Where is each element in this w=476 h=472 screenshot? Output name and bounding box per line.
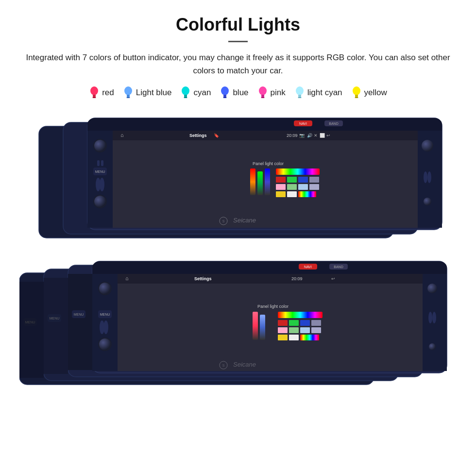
svg-rect-92 — [44, 278, 68, 374]
color-label-lightblue: Light blue — [136, 88, 172, 98]
color-label-pink: pink — [271, 88, 286, 98]
svg-point-15 — [296, 86, 304, 95]
svg-rect-128 — [289, 335, 299, 340]
svg-rect-5 — [126, 97, 130, 98]
svg-rect-14 — [261, 97, 264, 98]
svg-point-9 — [221, 86, 229, 95]
svg-text:Panel light color: Panel light color — [257, 304, 289, 309]
svg-rect-4 — [127, 95, 130, 97]
svg-rect-67 — [276, 191, 286, 197]
bottom-device-section: NAVI BAND MENU MENU MENU — [19, 259, 457, 398]
svg-point-40 — [100, 178, 104, 191]
svg-rect-125 — [300, 327, 310, 333]
svg-rect-66 — [309, 184, 319, 190]
svg-rect-114 — [118, 284, 428, 371]
svg-text:NAVI: NAVI — [304, 265, 312, 269]
svg-rect-83 — [92, 267, 447, 274]
svg-rect-60 — [287, 177, 297, 183]
svg-rect-64 — [287, 184, 297, 190]
svg-point-72 — [424, 198, 431, 205]
svg-text:BAND: BAND — [329, 122, 338, 125]
svg-point-6 — [182, 86, 189, 95]
svg-text:🔊: 🔊 — [307, 133, 313, 138]
svg-rect-16 — [298, 95, 301, 97]
svg-text:20:09: 20:09 — [291, 276, 303, 281]
svg-rect-19 — [355, 95, 358, 97]
svg-rect-13 — [261, 95, 264, 97]
lightblue-bulb-icon — [123, 86, 134, 100]
svg-point-34 — [94, 196, 106, 207]
svg-text:⌂: ⌂ — [120, 132, 124, 138]
svg-point-134 — [432, 312, 436, 323]
svg-text:MENU: MENU — [50, 317, 60, 320]
color-item-lightblue: Light blue — [123, 86, 172, 100]
svg-text:Panel light color: Panel light color — [253, 161, 284, 166]
svg-rect-119 — [278, 320, 288, 326]
svg-point-106 — [103, 320, 108, 334]
svg-point-3 — [124, 86, 132, 95]
svg-rect-126 — [311, 327, 321, 333]
svg-rect-8 — [184, 97, 187, 98]
svg-rect-63 — [276, 184, 286, 190]
svg-text:MENU: MENU — [95, 170, 105, 173]
svg-rect-1 — [93, 95, 96, 97]
svg-rect-122 — [311, 320, 321, 326]
svg-rect-20 — [355, 97, 358, 98]
svg-point-74 — [427, 171, 431, 183]
svg-text:MENU: MENU — [74, 313, 84, 316]
svg-text:MENU: MENU — [25, 320, 35, 324]
svg-rect-116 — [253, 312, 258, 340]
svg-rect-61 — [298, 177, 308, 183]
top-device-section: NAVI BAND MENU ⌂ — [19, 114, 457, 248]
svg-point-73 — [424, 171, 427, 183]
bottom-device-svg: NAVI BAND MENU MENU MENU — [19, 259, 457, 398]
svg-rect-127 — [278, 335, 288, 340]
svg-point-0 — [90, 86, 98, 95]
svg-rect-2 — [93, 97, 96, 98]
color-label-lightcyan: light cyan — [307, 88, 342, 98]
svg-text:✕: ✕ — [314, 133, 318, 138]
pink-bulb-icon — [257, 86, 268, 100]
svg-rect-68 — [287, 191, 297, 197]
svg-rect-37 — [97, 160, 100, 166]
svg-text:BAND: BAND — [334, 265, 343, 269]
page-description: Integrated with 7 colors of button indic… — [19, 51, 457, 77]
svg-text:20:09: 20:09 — [287, 133, 298, 138]
svg-rect-25 — [87, 124, 442, 131]
svg-rect-58 — [276, 169, 320, 175]
svg-point-100 — [99, 283, 111, 294]
svg-text:↩: ↩ — [326, 133, 330, 138]
svg-point-71 — [422, 140, 433, 152]
svg-text:Seicane: Seicane — [233, 361, 256, 368]
svg-rect-7 — [184, 95, 187, 97]
svg-text:🔖: 🔖 — [214, 133, 220, 138]
svg-rect-121 — [300, 320, 310, 326]
lightcyan-bulb-icon — [294, 86, 305, 100]
color-item-red: red — [89, 86, 114, 100]
svg-rect-59 — [276, 177, 286, 183]
svg-rect-62 — [309, 177, 319, 183]
svg-text:Settings: Settings — [189, 133, 207, 138]
svg-text:⌂: ⌂ — [125, 275, 129, 281]
blue-bulb-icon — [220, 86, 230, 100]
svg-text:S: S — [222, 219, 225, 223]
svg-point-12 — [259, 86, 267, 95]
svg-rect-10 — [223, 95, 226, 97]
color-list: red Light blue cyan — [19, 86, 457, 100]
svg-rect-55 — [250, 169, 255, 195]
svg-rect-42 — [113, 131, 424, 140]
color-label-yellow: yellow — [364, 88, 387, 98]
svg-text:Settings: Settings — [194, 276, 212, 281]
svg-rect-108 — [118, 274, 428, 284]
svg-rect-89 — [68, 274, 92, 287]
svg-rect-11 — [223, 97, 227, 98]
page-container: Colorful Lights Integrated with 7 colors… — [0, 0, 476, 429]
svg-rect-120 — [289, 320, 299, 326]
top-device-svg: NAVI BAND MENU ⌂ — [29, 114, 447, 248]
svg-rect-124 — [289, 327, 299, 333]
svg-rect-57 — [265, 169, 270, 195]
svg-point-133 — [428, 312, 432, 323]
color-item-pink: pink — [257, 86, 286, 100]
svg-point-32 — [94, 140, 106, 152]
svg-point-132 — [429, 343, 436, 350]
